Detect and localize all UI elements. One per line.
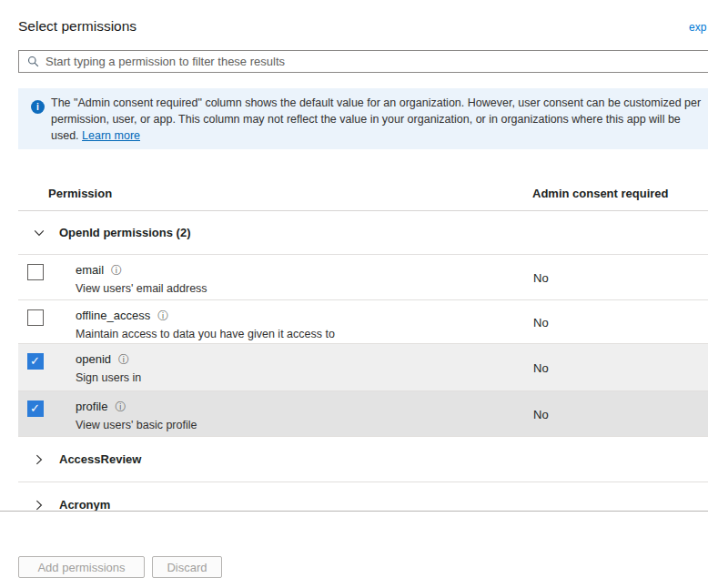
info-circle-icon[interactable]: ⓘ xyxy=(111,264,122,277)
checkbox-offline-access[interactable] xyxy=(27,309,44,326)
permission-search-box[interactable] xyxy=(18,50,708,73)
group-label: OpenId permissions (2) xyxy=(59,226,190,239)
expand-link[interactable]: exp xyxy=(689,21,706,34)
group-row-openid-permissions[interactable]: OpenId permissions (2) xyxy=(18,211,708,255)
permission-description: Maintain access to data you have given i… xyxy=(76,325,335,343)
chevron-right-icon[interactable] xyxy=(25,499,53,512)
info-circle-icon[interactable]: ⓘ xyxy=(118,353,129,366)
learn-more-link[interactable]: Learn more xyxy=(82,129,140,142)
admin-consent-value: No xyxy=(533,270,549,284)
column-header-permission: Permission xyxy=(48,187,112,200)
permission-description: View users' email address xyxy=(76,279,207,298)
chevron-down-icon[interactable] xyxy=(25,227,53,239)
checkbox-openid[interactable] xyxy=(27,353,44,370)
table-row-openid[interactable]: openidⓘ Sign users in No xyxy=(18,344,708,391)
page-title: Select permissions xyxy=(18,18,137,35)
admin-consent-value: No xyxy=(533,360,549,374)
column-header-admin-consent: Admin consent required xyxy=(532,187,669,200)
chevron-right-icon[interactable] xyxy=(25,453,53,466)
info-banner-message: The "Admin consent required" column show… xyxy=(51,96,701,142)
permission-description: Sign users in xyxy=(76,369,141,387)
admin-consent-value: No xyxy=(533,407,549,421)
permission-name: profile xyxy=(76,400,107,413)
group-label: Acronym xyxy=(59,498,110,511)
permission-description: View users' basic profile xyxy=(76,416,197,434)
info-icon: i xyxy=(31,100,45,114)
info-banner-text: The "Admin consent required" column show… xyxy=(51,95,708,144)
add-permissions-button[interactable]: Add permissions xyxy=(18,556,145,578)
table-row-offline-access[interactable]: offline_accessⓘ Maintain access to data … xyxy=(18,300,708,344)
search-icon xyxy=(27,56,39,67)
discard-button[interactable]: Discard xyxy=(152,556,222,578)
group-label: AccessReview xyxy=(59,452,141,466)
info-circle-icon[interactable]: ⓘ xyxy=(115,400,126,413)
group-row-acronym[interactable]: Acronym xyxy=(18,482,708,511)
list-bottom-divider xyxy=(0,511,708,512)
permission-name: email xyxy=(76,263,104,277)
table-header: Permission Admin consent required xyxy=(18,173,708,211)
permissions-list: OpenId permissions (2) emailⓘ View users… xyxy=(18,211,708,511)
checkbox-profile[interactable] xyxy=(27,400,44,417)
search-input[interactable] xyxy=(46,55,708,68)
info-circle-icon[interactable]: ⓘ xyxy=(157,309,168,322)
checkbox-email[interactable] xyxy=(27,264,44,280)
table-row-email[interactable]: emailⓘ View users' email address No xyxy=(18,255,708,300)
permission-name: offline_access xyxy=(76,309,150,322)
table-row-profile[interactable]: profileⓘ View users' basic profile No xyxy=(18,391,708,437)
info-banner: i The "Admin consent required" column sh… xyxy=(18,88,708,149)
group-row-accessreview[interactable]: AccessReview xyxy=(18,437,708,482)
permission-name: openid xyxy=(76,352,111,366)
admin-consent-value: No xyxy=(533,315,549,329)
